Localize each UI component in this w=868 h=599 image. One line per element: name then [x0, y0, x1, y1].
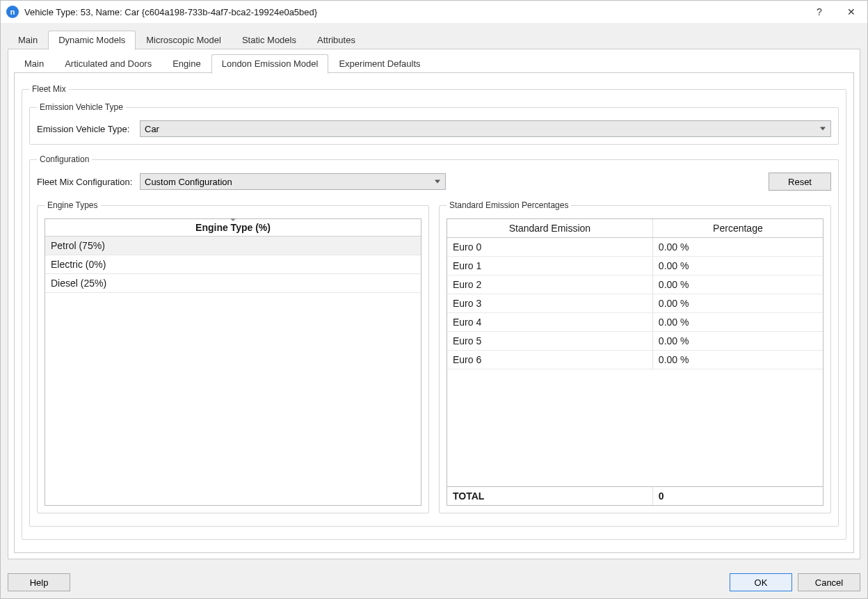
sub-tab-main[interactable]: Main: [14, 54, 54, 73]
cancel-button[interactable]: Cancel: [798, 573, 860, 591]
engine-type-row[interactable]: Diesel (25%): [45, 274, 421, 293]
main-tab-panel: MainArticulated and DoorsEngineLondon Em…: [8, 49, 860, 559]
emission-row[interactable]: Euro 60.00 %: [447, 351, 823, 369]
standard-emission-table: Standard Emission Percentage Euro 00.00 …: [447, 218, 823, 506]
emission-row-percentage: 0.00 %: [653, 238, 823, 256]
standard-emission-group: Standard Emission Percentages Standard E…: [439, 200, 831, 513]
emission-row-percentage: 0.00 %: [653, 275, 823, 294]
main-tab-static-models[interactable]: Static Models: [232, 31, 307, 49]
fleet-mix-group: Fleet Mix Emission Vehicle Type Emission…: [22, 84, 846, 540]
app-icon: n: [6, 6, 19, 18]
main-tabstrip: MainDynamic ModelsMicroscopic ModelStati…: [8, 30, 860, 49]
sub-tab-experiment-defaults[interactable]: Experiment Defaults: [328, 54, 431, 73]
ok-button[interactable]: OK: [730, 573, 792, 591]
emission-row[interactable]: Euro 50.00 %: [447, 332, 823, 351]
emission-row-standard: Euro 1: [447, 257, 653, 275]
reset-button[interactable]: Reset: [769, 173, 831, 191]
sub-tab-london-emission-model[interactable]: London Emission Model: [211, 54, 329, 74]
engine-types-group: Engine Types Engine Type (%) Petrol (75%…: [37, 200, 429, 513]
engine-type-row[interactable]: Electric (0%): [45, 255, 421, 274]
fleet-mix-config-select[interactable]: Custom Configuration: [140, 173, 446, 190]
main-tab-microscopic-model[interactable]: Microscopic Model: [136, 31, 232, 49]
window-title: Vehicle Type: 53, Name: Car {c604a198-73…: [24, 7, 803, 17]
sub-tab-engine[interactable]: Engine: [162, 54, 211, 73]
emission-row[interactable]: Euro 00.00 %: [447, 238, 823, 257]
fleet-mix-legend: Fleet Mix: [29, 84, 69, 94]
emission-row-percentage: 0.00 %: [653, 351, 823, 369]
dialog-footer: Help OK Cancel: [1, 566, 867, 598]
main-tab-dynamic-models[interactable]: Dynamic Models: [48, 31, 136, 50]
close-button[interactable]: ✕: [835, 1, 867, 23]
col-standard-emission[interactable]: Standard Emission: [447, 219, 653, 237]
configuration-group: Configuration Fleet Mix Configuration: C…: [29, 154, 839, 527]
emission-row-percentage: 0.00 %: [653, 313, 823, 331]
sub-tabstrip: MainArticulated and DoorsEngineLondon Em…: [14, 55, 854, 73]
emission-row[interactable]: Euro 20.00 %: [447, 275, 823, 294]
fleet-mix-config-label: Fleet Mix Configuration:: [37, 177, 134, 187]
col-percentage[interactable]: Percentage: [653, 219, 823, 237]
help-footer-button[interactable]: Help: [8, 573, 70, 591]
emission-row-standard: Euro 0: [447, 238, 653, 256]
emission-row-percentage: 0.00 %: [653, 332, 823, 350]
emission-vehicle-type-legend: Emission Vehicle Type: [37, 102, 126, 112]
dialog-window: n Vehicle Type: 53, Name: Car {c604a198-…: [0, 0, 868, 599]
configuration-legend: Configuration: [37, 154, 92, 164]
emission-row-percentage: 0.00 %: [653, 294, 823, 312]
emission-row-standard: Euro 5: [447, 332, 653, 350]
main-tab-attributes[interactable]: Attributes: [307, 31, 366, 49]
emission-row[interactable]: Euro 30.00 %: [447, 294, 823, 313]
emission-total-label: TOTAL: [447, 487, 653, 505]
engine-types-legend: Engine Types: [45, 200, 101, 210]
help-button[interactable]: ?: [803, 1, 835, 23]
emission-vehicle-type-label: Emission Vehicle Type:: [37, 124, 134, 134]
emission-total-value: 0: [653, 487, 823, 505]
emission-row-percentage: 0.00 %: [653, 257, 823, 275]
emission-row-standard: Euro 3: [447, 294, 653, 312]
sub-tab-articulated-and-doors[interactable]: Articulated and Doors: [54, 54, 162, 73]
emission-row-standard: Euro 2: [447, 275, 653, 294]
main-tab-main[interactable]: Main: [8, 31, 48, 49]
emission-vehicle-type-select[interactable]: Car: [140, 120, 831, 137]
emission-vehicle-type-group: Emission Vehicle Type Emission Vehicle T…: [29, 102, 839, 145]
engine-type-row[interactable]: Petrol (75%): [45, 237, 421, 255]
titlebar: n Vehicle Type: 53, Name: Car {c604a198-…: [1, 1, 867, 23]
standard-emission-legend: Standard Emission Percentages: [447, 200, 571, 210]
emission-row-standard: Euro 6: [447, 351, 653, 369]
engine-types-header[interactable]: Engine Type (%): [45, 219, 421, 237]
emission-row-standard: Euro 4: [447, 313, 653, 331]
emission-row[interactable]: Euro 10.00 %: [447, 257, 823, 275]
engine-types-list: Engine Type (%) Petrol (75%)Electric (0%…: [45, 218, 421, 506]
dialog-body: MainDynamic ModelsMicroscopic ModelStati…: [1, 23, 867, 566]
sub-tab-panel: Fleet Mix Emission Vehicle Type Emission…: [14, 73, 854, 553]
emission-row[interactable]: Euro 40.00 %: [447, 313, 823, 332]
